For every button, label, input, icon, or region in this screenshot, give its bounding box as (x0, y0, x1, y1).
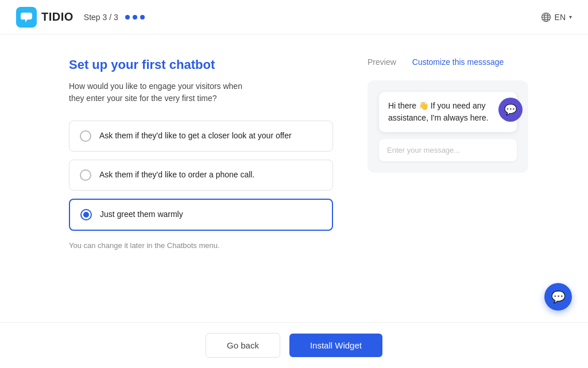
left-panel: Set up your first chatbot How would you … (69, 57, 333, 311)
logo: TIDIO (16, 7, 74, 28)
page-title: Set up your first chatbot (69, 57, 333, 72)
option-card-1[interactable]: Ask them if they'd like to get a closer … (69, 121, 333, 152)
floating-chat-button[interactable]: 💬 (544, 283, 572, 311)
lang-selector[interactable]: EN ▾ (541, 12, 572, 22)
chat-input-area[interactable]: Enter your message... (379, 139, 517, 161)
customize-link[interactable]: Customize this messsage (412, 57, 504, 67)
globe-icon (541, 12, 551, 22)
chat-message: Hi there 👋 If you need any assistance, I… (388, 101, 489, 122)
preview-label: Preview (368, 57, 396, 67)
preview-header: Preview Customize this messsage (368, 57, 542, 67)
chat-bubble: Hi there 👋 If you need any assistance, I… (379, 92, 517, 132)
step-indicator: Step 3 / 3 (84, 13, 145, 22)
radio-1[interactable] (80, 130, 91, 142)
footer: Go back Install Widget (0, 322, 588, 368)
radio-2[interactable] (80, 169, 91, 181)
dot-3 (140, 15, 145, 20)
dot-2 (133, 15, 137, 20)
chat-avatar-icon: 💬 (504, 102, 517, 118)
right-panel: Preview Customize this messsage Hi there… (368, 57, 542, 311)
chat-avatar: 💬 (498, 98, 523, 122)
option-card-2[interactable]: Ask them if they'd like to order a phone… (69, 160, 333, 191)
step-dots (125, 15, 145, 20)
header-left: TIDIO Step 3 / 3 (16, 7, 145, 28)
back-button[interactable]: Go back (206, 333, 280, 358)
radio-3[interactable] (80, 209, 92, 220)
floating-chat-icon: 💬 (551, 290, 566, 304)
option-text-3: Just greet them warmly (100, 209, 183, 220)
chat-preview: Hi there 👋 If you need any assistance, I… (368, 80, 528, 173)
logo-text: TIDIO (41, 10, 74, 24)
option-card-3[interactable]: Just greet them warmly (69, 199, 333, 231)
dot-1 (125, 15, 130, 20)
change-note: You can change it later in the Chatbots … (69, 241, 333, 250)
step-label: Step 3 / 3 (84, 13, 118, 22)
page-description: How would you like to engage your visito… (69, 80, 253, 104)
option-text-1: Ask them if they'd like to get a closer … (99, 130, 292, 142)
install-button[interactable]: Install Widget (289, 334, 382, 357)
lang-label: EN (555, 13, 566, 22)
chevron-down-icon: ▾ (569, 14, 572, 20)
header: TIDIO Step 3 / 3 EN ▾ (0, 0, 588, 34)
option-text-2: Ask them if they'd like to order a phone… (99, 169, 254, 181)
main-content: Set up your first chatbot How would you … (0, 34, 588, 322)
logo-icon (16, 7, 37, 28)
chat-input-placeholder: Enter your message... (387, 146, 460, 154)
